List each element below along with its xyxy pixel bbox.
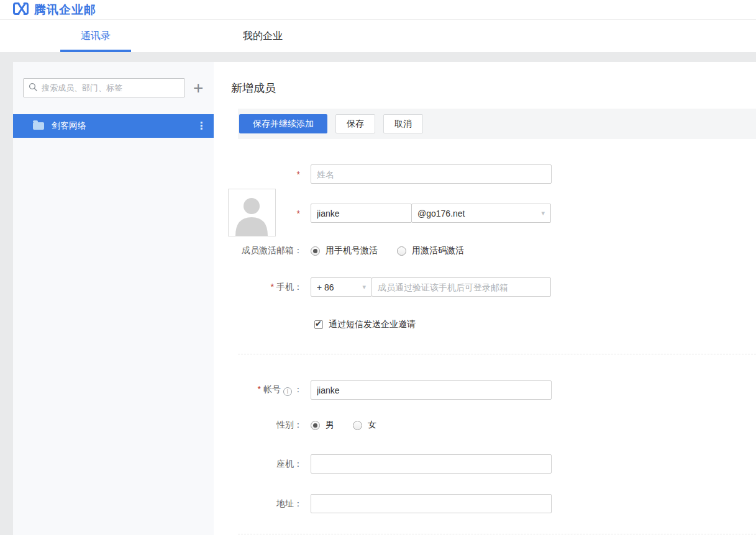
radio-gender-male[interactable] xyxy=(311,421,320,430)
radio-gender-female[interactable] xyxy=(353,421,362,430)
required-mark: * xyxy=(297,209,300,218)
cancel-button[interactable]: 取消 xyxy=(383,114,423,133)
name-row: * xyxy=(238,164,756,184)
save-button[interactable]: 保存 xyxy=(335,114,375,133)
department-name: 剑客网络 xyxy=(52,120,196,132)
phone-label: *手机： xyxy=(238,282,311,293)
address-input[interactable] xyxy=(311,494,552,513)
tab-contacts-label: 通讯录 xyxy=(81,30,111,43)
brand-name: 腾讯企业邮 xyxy=(34,2,96,18)
tab-my-company-label: 我的企业 xyxy=(243,30,283,43)
section-divider xyxy=(238,354,756,354)
landline-label: 座机： xyxy=(238,459,311,470)
top-tabbar: 通讯录 我的企业 xyxy=(0,20,756,52)
add-department-button[interactable]: + xyxy=(193,79,203,97)
radio-activate-by-code-label[interactable]: 用激活码激活 xyxy=(412,245,464,256)
tab-contacts[interactable]: 通讯录 xyxy=(60,20,131,52)
more-options-icon[interactable]: ⋮ xyxy=(196,121,206,131)
email-domain-value: @go176.net xyxy=(417,209,465,218)
app-header: 腾讯企业邮 xyxy=(0,0,756,20)
address-label: 地址： xyxy=(238,498,311,510)
account-label: *帐号i： xyxy=(238,384,311,396)
new-member-form: * * @go176.net ▾ 成员激活邮箱： 用手机号激活 用激活码激活 xyxy=(214,164,756,534)
account-input[interactable] xyxy=(311,380,552,400)
content-area: + 剑客网络 ⋮ 新增成员 保存并继续添加 保存 取消 * xyxy=(0,52,756,535)
account-row: *帐号i： xyxy=(238,380,756,400)
brand-logo: 腾讯企业邮 xyxy=(12,2,96,18)
person-silhouette-icon xyxy=(229,191,275,236)
search-icon xyxy=(29,83,37,94)
name-input[interactable] xyxy=(311,164,552,184)
phone-input[interactable] xyxy=(371,277,551,297)
main-panel: 新增成员 保存并继续添加 保存 取消 * * xyxy=(214,62,756,535)
radio-gender-male-label[interactable]: 男 xyxy=(326,420,334,431)
sidebar-search-row: + xyxy=(23,78,204,97)
tab-my-company[interactable]: 我的企业 xyxy=(229,20,297,52)
email-row: * @go176.net ▾ xyxy=(238,204,756,223)
sms-invite-label[interactable]: 通过短信发送企业邀请 xyxy=(329,319,416,330)
form-toolbar: 保存并继续添加 保存 取消 xyxy=(238,109,756,139)
required-mark: * xyxy=(271,282,274,292)
landline-row: 座机： xyxy=(238,454,756,474)
country-code-value: + 86 xyxy=(317,282,334,292)
phone-row: *手机： + 86 ▾ xyxy=(238,277,756,297)
required-mark: * xyxy=(297,169,300,179)
search-box[interactable] xyxy=(23,78,185,97)
radio-activate-by-code[interactable] xyxy=(397,246,406,256)
save-and-continue-button[interactable]: 保存并继续添加 xyxy=(239,114,327,133)
country-code-select[interactable]: + 86 ▾ xyxy=(311,277,372,297)
name-label: * xyxy=(238,169,311,179)
address-row: 地址： xyxy=(238,494,756,513)
exmail-logo-icon xyxy=(12,2,29,18)
chevron-down-icon: ▾ xyxy=(362,283,366,291)
search-input[interactable] xyxy=(42,83,172,92)
activation-label: 成员激活邮箱： xyxy=(238,245,311,256)
bottom-divider xyxy=(238,534,756,534)
sms-invite-checkbox[interactable]: ✔ xyxy=(314,320,323,329)
sms-invite-row: ✔ 通过短信发送企业邀请 xyxy=(238,319,756,330)
avatar[interactable] xyxy=(228,189,276,236)
radio-gender-female-label[interactable]: 女 xyxy=(368,420,376,431)
email-local-input[interactable] xyxy=(311,204,412,223)
info-icon[interactable]: i xyxy=(283,387,292,396)
gender-row: 性别： 男 女 xyxy=(238,419,756,431)
landline-input[interactable] xyxy=(311,454,552,474)
email-domain-select[interactable]: @go176.net ▾ xyxy=(411,204,551,223)
check-icon: ✔ xyxy=(315,319,322,328)
activation-row: 成员激活邮箱： 用手机号激活 用激活码激活 xyxy=(238,245,756,257)
required-mark: * xyxy=(258,384,261,394)
contacts-sidebar: + 剑客网络 ⋮ xyxy=(13,62,214,535)
radio-activate-by-phone-label[interactable]: 用手机号激活 xyxy=(326,245,378,256)
radio-activate-by-phone[interactable] xyxy=(311,246,320,256)
page-title: 新增成员 xyxy=(231,62,756,96)
active-tab-underline xyxy=(60,50,131,52)
folder-icon xyxy=(33,122,44,130)
chevron-down-icon: ▾ xyxy=(541,209,545,217)
gender-label: 性别： xyxy=(238,420,311,431)
sidebar-item-department[interactable]: 剑客网络 ⋮ xyxy=(13,114,214,138)
